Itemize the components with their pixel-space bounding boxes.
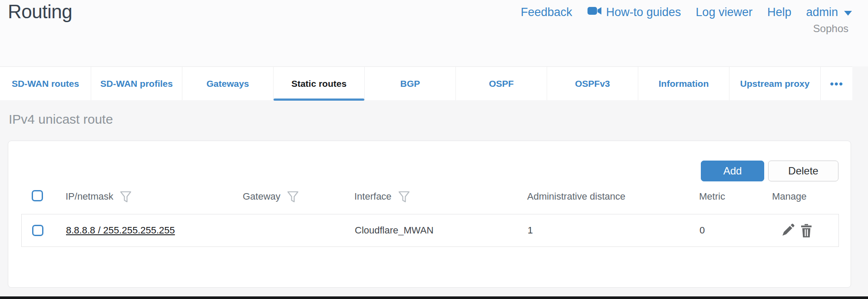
tab-bgp[interactable]: BGP xyxy=(365,67,456,100)
top-links: Feedback How-to guides Log viewer Help a… xyxy=(521,5,852,20)
page-title: Routing xyxy=(8,1,72,23)
feedback-link-label: Feedback xyxy=(521,6,572,19)
column-label: Gateway xyxy=(243,190,281,204)
tab-overflow-ellipsis[interactable]: ••• xyxy=(821,67,853,100)
route-interface: Cloudflare_MWAN xyxy=(355,225,433,236)
tab-upstream-proxy[interactable]: Upstream proxy xyxy=(729,67,821,100)
log-viewer-link[interactable]: Log viewer xyxy=(696,6,752,19)
help-link[interactable]: Help xyxy=(767,6,792,19)
route-ip-netmask-link[interactable]: 8.8.8.8 / 255.255.255.255 xyxy=(66,225,175,236)
chevron-down-icon xyxy=(844,11,852,16)
row-checkbox[interactable] xyxy=(32,225,43,236)
admin-menu-label: admin xyxy=(806,6,838,19)
route-administrative-distance: 1 xyxy=(528,225,533,236)
tab-label: OSPF xyxy=(489,79,514,89)
video-camera-icon xyxy=(587,5,602,20)
filter-icon[interactable] xyxy=(398,191,410,203)
tab-label: SD-WAN routes xyxy=(12,79,79,89)
tab-information[interactable]: Information xyxy=(638,67,729,100)
tab-label: BGP xyxy=(400,79,420,89)
delete-button-label: Delete xyxy=(788,165,818,177)
delete-trash-icon[interactable] xyxy=(800,223,813,237)
filter-icon[interactable] xyxy=(120,191,132,203)
routing-page: Routing Feedback How-to guides Log viewe… xyxy=(0,0,868,299)
tab-label: OSPFv3 xyxy=(575,79,610,89)
window-bottom-edge xyxy=(0,296,868,299)
add-button-label: Add xyxy=(723,165,742,177)
column-header-metric: Metric xyxy=(699,190,725,204)
tab-ospfv3[interactable]: OSPFv3 xyxy=(547,67,638,100)
column-label: IP/netmask xyxy=(66,190,113,204)
row-checkbox-wrap xyxy=(32,225,43,236)
tab-label: Upstream proxy xyxy=(740,79,810,89)
top-header: Routing Feedback How-to guides Log viewe… xyxy=(0,0,868,66)
add-button[interactable]: Add xyxy=(701,161,764,181)
tab-label: Static routes xyxy=(291,79,347,89)
route-metric: 0 xyxy=(700,225,705,236)
filter-icon[interactable] xyxy=(287,191,299,203)
table-row: 8.8.8.8 / 255.255.255.255 Cloudflare_MWA… xyxy=(21,214,839,247)
howto-guides-link[interactable]: How-to guides xyxy=(587,5,681,20)
delete-button[interactable]: Delete xyxy=(768,161,838,181)
tab-label: SD-WAN profiles xyxy=(100,79,173,89)
tab-static-routes[interactable]: Static routes xyxy=(274,67,365,100)
brand-label: Sophos xyxy=(521,23,852,35)
edit-pencil-icon[interactable] xyxy=(781,223,795,237)
help-label: Help xyxy=(767,6,792,19)
section-title: IPv4 unicast route xyxy=(9,112,113,127)
table-header: IP/netmask Gateway Interface Administrat… xyxy=(8,190,851,204)
column-header-gateway: Gateway xyxy=(243,190,299,204)
tab-label: Gateways xyxy=(206,79,249,89)
tab-ospf[interactable]: OSPF xyxy=(456,67,547,100)
select-all-checkbox[interactable] xyxy=(32,190,43,201)
column-label: Administrative distance xyxy=(527,190,625,204)
feedback-link[interactable]: Feedback xyxy=(521,6,572,19)
log-viewer-label: Log viewer xyxy=(696,6,752,19)
column-label: Manage xyxy=(772,190,807,204)
howto-guides-label: How-to guides xyxy=(606,6,681,19)
routes-panel: Add Delete IP/netmask Gateway Interface xyxy=(8,141,851,288)
column-header-administrative-distance: Administrative distance xyxy=(527,190,625,204)
tab-sdwan-profiles[interactable]: SD-WAN profiles xyxy=(91,67,182,100)
header-right: Feedback How-to guides Log viewer Help a… xyxy=(521,5,852,35)
row-manage-actions xyxy=(781,223,813,237)
column-header-manage: Manage xyxy=(772,190,807,204)
tab-label: Information xyxy=(659,79,709,89)
column-label: Interface xyxy=(354,190,392,204)
tab-sdwan-routes[interactable]: SD-WAN routes xyxy=(0,67,91,100)
column-header-interface: Interface xyxy=(354,190,410,204)
column-header-ip-netmask: IP/netmask xyxy=(66,190,132,204)
admin-menu[interactable]: admin xyxy=(806,6,852,19)
tab-bar: SD-WAN routes SD-WAN profiles Gateways S… xyxy=(0,66,852,100)
tab-gateways[interactable]: Gateways xyxy=(182,67,274,100)
ellipsis-icon: ••• xyxy=(830,78,843,90)
active-tab-underline xyxy=(274,99,364,101)
column-label: Metric xyxy=(699,190,725,204)
